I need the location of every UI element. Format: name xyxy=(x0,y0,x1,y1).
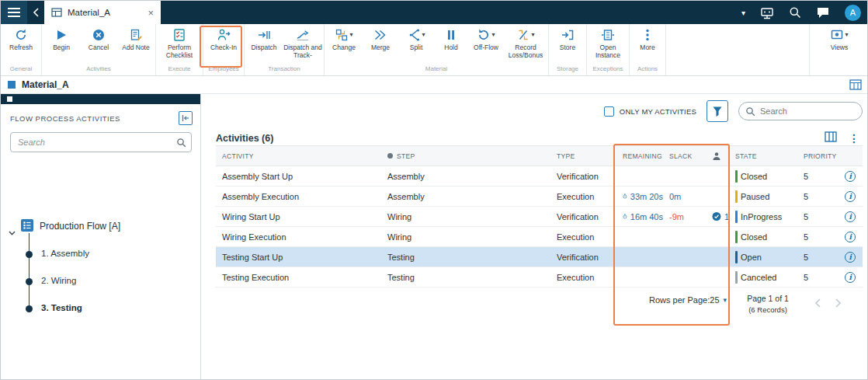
store-button[interactable]: Store xyxy=(550,28,585,52)
more-options-icon[interactable]: ⋮ xyxy=(849,132,859,145)
cell-type: Verification xyxy=(550,253,616,262)
open-instance-button[interactable]: Open Instance xyxy=(588,28,628,60)
sidebar-item-wiring[interactable]: 2. Wiring xyxy=(41,276,76,285)
next-page-icon[interactable] xyxy=(835,297,842,311)
change-button[interactable]: ▾ Change xyxy=(325,28,363,52)
sidebar-search-input[interactable] xyxy=(10,132,192,152)
rows-per-page-select[interactable]: Rows per Page:25 ▾ xyxy=(649,295,727,305)
col-type[interactable]: TYPE xyxy=(550,152,616,160)
tab-title: Material_A xyxy=(68,8,110,17)
ribbon-group-storage: Store Storage xyxy=(549,24,587,75)
change-dropdown-icon[interactable]: ▾ xyxy=(349,31,352,38)
split-button[interactable]: ▾ Split xyxy=(398,28,434,52)
sidebar-item-testing[interactable]: 3. Testing xyxy=(41,303,82,312)
views-dropdown-icon[interactable]: ▾ xyxy=(845,31,848,38)
ribbon-group-caption-storage: Storage xyxy=(550,64,585,75)
col-slack[interactable]: SLACK xyxy=(663,152,706,160)
only-my-activities-toggle[interactable]: ONLY MY ACTIVITIES xyxy=(604,106,696,117)
cell-info: i xyxy=(838,232,863,242)
cell-state: Closed xyxy=(729,231,797,243)
ribbon-toolbar: Refresh General Begin Cancel Add Note xyxy=(1,24,868,76)
perform-checklist-button[interactable]: Perform Checklist xyxy=(157,28,202,60)
begin-button[interactable]: Begin xyxy=(43,28,80,52)
table-row[interactable]: Testing Execution Testing Execution Canc… xyxy=(216,267,863,288)
timer-icon xyxy=(623,211,627,221)
off-flow-button[interactable]: ▾ Off-Flow xyxy=(468,28,504,52)
activities-search-input[interactable] xyxy=(738,102,863,120)
info-icon[interactable]: i xyxy=(845,171,856,182)
cell-activity: Testing Execution xyxy=(216,273,381,282)
add-note-button[interactable]: Add Note xyxy=(117,28,155,52)
prev-page-icon[interactable] xyxy=(814,297,821,311)
col-step[interactable]: STEP xyxy=(381,152,550,160)
filter-button[interactable] xyxy=(707,100,728,122)
table-tools: ⋮ xyxy=(825,131,859,145)
table-row[interactable]: Wiring Start Up Wiring Verification 16m … xyxy=(216,207,863,227)
cell-activity: Wiring Start Up xyxy=(216,212,381,221)
table-row[interactable]: Assembly Execution Assembly Execution 33… xyxy=(216,187,863,207)
tree-root-label[interactable]: Production Flow [A] xyxy=(40,221,120,232)
tree-expander-icon[interactable] xyxy=(9,225,16,239)
table-row[interactable]: Assembly Start Up Assembly Verification … xyxy=(216,166,863,187)
hold-button[interactable]: Hold xyxy=(434,28,468,52)
cell-step: Assembly xyxy=(381,192,550,201)
only-my-activities-checkbox[interactable] xyxy=(604,106,614,117)
tab-close-icon[interactable]: × xyxy=(148,8,154,18)
search-icon[interactable] xyxy=(789,6,801,19)
board-view-icon[interactable] xyxy=(849,79,862,90)
col-state[interactable]: STATE xyxy=(729,152,797,160)
dispatch-track-icon xyxy=(296,28,310,42)
cell-priority: 5 xyxy=(797,172,838,181)
cell-step: Wiring xyxy=(381,232,550,242)
activities-toolbar: ONLY MY ACTIVITIES xyxy=(604,100,863,122)
equipment-icon[interactable] xyxy=(760,6,774,19)
column-chooser-icon[interactable] xyxy=(825,131,837,145)
table-row[interactable]: Testing Start Up Testing Verification Op… xyxy=(216,247,863,267)
person-icon xyxy=(712,152,721,161)
merge-button[interactable]: Merge xyxy=(363,28,398,52)
record-loss-bonus-button[interactable]: ▾ Record Loss/Bonus xyxy=(504,28,547,60)
hamburger-menu-icon[interactable] xyxy=(1,1,27,24)
flow-icon[interactable] xyxy=(21,219,33,235)
sidebar-item-assembly[interactable]: 1. Assembly xyxy=(41,249,89,258)
hold-icon xyxy=(446,28,457,42)
ribbon-group-execute: Perform Checklist Execute xyxy=(156,24,203,75)
refresh-icon xyxy=(14,28,28,42)
info-icon[interactable]: i xyxy=(845,272,856,283)
user-avatar[interactable]: A xyxy=(845,5,861,21)
table-row[interactable]: Wiring Execution Wiring Execution Closed… xyxy=(216,227,863,247)
col-remaining[interactable]: REMAINING xyxy=(616,152,663,160)
cell-step: Assembly xyxy=(381,172,550,181)
refresh-button[interactable]: Refresh xyxy=(2,28,40,52)
info-icon[interactable]: i xyxy=(845,191,856,202)
back-chevron-icon[interactable] xyxy=(27,8,44,17)
cancel-button[interactable]: Cancel xyxy=(80,28,117,52)
dispatch-and-track-button[interactable]: Dispatch and Track- xyxy=(283,28,323,60)
cell-priority: 5 xyxy=(797,232,838,242)
off-flow-dropdown-icon[interactable]: ▾ xyxy=(491,31,495,38)
cell-type: Verification xyxy=(550,212,616,221)
col-activity[interactable]: ACTIVITY xyxy=(216,152,381,160)
chat-icon[interactable] xyxy=(816,6,830,19)
col-priority[interactable]: PRIORITY xyxy=(797,152,838,160)
info-icon[interactable]: i xyxy=(845,232,856,242)
tab-material-a[interactable]: Material_A × xyxy=(44,1,161,24)
cell-info: i xyxy=(838,171,863,182)
record-dropdown-icon[interactable]: ▾ xyxy=(531,31,534,38)
col-assignee[interactable] xyxy=(706,152,729,161)
views-button[interactable]: ▾ Views xyxy=(821,28,858,52)
info-icon[interactable]: i xyxy=(845,211,856,222)
info-icon[interactable]: i xyxy=(845,252,856,263)
filter-icon xyxy=(712,106,723,117)
topbar-dropdown-icon[interactable]: ▾ xyxy=(741,9,745,17)
sidebar-search-icon[interactable] xyxy=(176,137,186,151)
dispatch-button[interactable]: Dispatch xyxy=(245,28,283,52)
collapse-panel-icon[interactable] xyxy=(179,111,193,125)
check-in-button[interactable]: Check-In xyxy=(204,28,243,52)
ribbon-group-caption-employees: Employees xyxy=(204,64,243,75)
sidebar-header: FLOW PROCESS ACTIVITIES xyxy=(10,114,120,123)
more-button[interactable]: More xyxy=(630,28,665,52)
off-flow-icon xyxy=(477,28,491,42)
split-dropdown-icon[interactable]: ▾ xyxy=(422,31,425,38)
topbar: Material_A × ▾ A xyxy=(1,1,868,24)
